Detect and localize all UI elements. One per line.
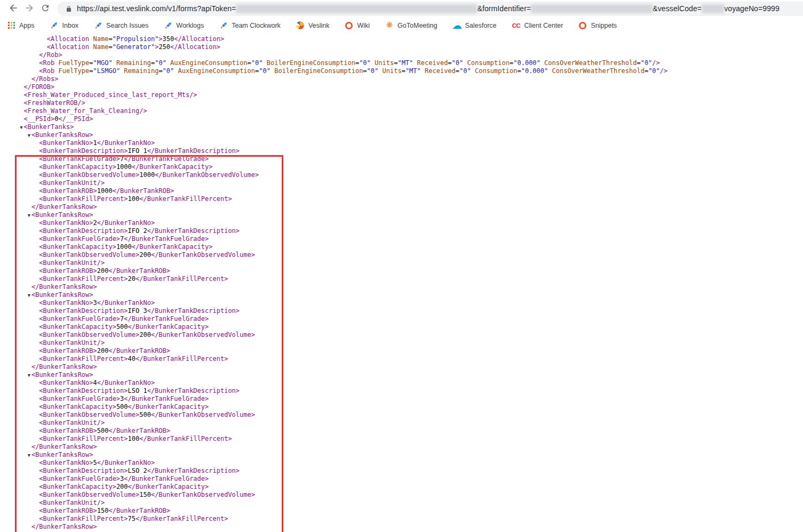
bookmark-team-clockwork[interactable]: Team Clockwork bbox=[219, 21, 281, 30]
back-icon bbox=[8, 3, 19, 15]
bookmark-inbox[interactable]: Inbox bbox=[50, 21, 79, 30]
xml-line: <BunkerTankFuelGrade>3</BunkerTankFuelGr… bbox=[16, 475, 803, 483]
apps-grid-icon bbox=[7, 21, 15, 30]
xml-line: <BunkerTankROB>200</BunkerTankROB> bbox=[16, 347, 803, 355]
xml-line: <BunkerTankObservedVolume>150</BunkerTan… bbox=[16, 491, 803, 499]
xml-line: <BunkerTankFillPercent>100</BunkerTankFi… bbox=[16, 435, 803, 443]
xml-line: <BunkerTankUnit/> bbox=[16, 499, 803, 507]
reload-button[interactable] bbox=[37, 1, 53, 17]
xml-line: </BunkerTanksRow> bbox=[16, 203, 803, 211]
xml-line: <Fresh_Water_for_Tank_Cleaning/> bbox=[16, 107, 803, 115]
xml-line: <BunkerTankUnit/> bbox=[16, 339, 803, 347]
xml-line: ▼<BunkerTanksRow> bbox=[16, 371, 803, 379]
xml-line: <BunkerTankNo>2</BunkerTankNo> bbox=[16, 219, 803, 227]
collapse-arrow[interactable]: ▼ bbox=[28, 212, 31, 220]
xml-line: ▼<BunkerTanksRow> bbox=[16, 291, 803, 299]
cc-icon: CC bbox=[512, 21, 521, 30]
xml-line: <Rob FuelType="MGO" Remaining="0" AuxEng… bbox=[16, 59, 803, 67]
xml-line: <BunkerTankFuelGrade>7</BunkerTankFuelGr… bbox=[16, 315, 803, 323]
xml-line: <BunkerTankObservedVolume>200</BunkerTan… bbox=[16, 331, 803, 339]
bookmark-client-center[interactable]: CCClient Center bbox=[512, 21, 563, 30]
forward-icon bbox=[24, 3, 35, 15]
bookmark-label: Team Clockwork bbox=[232, 22, 281, 29]
xml-line: ▼<BunkerTanksRow> bbox=[16, 211, 803, 219]
url-value: https://api.test.veslink.com/v1/forms?ap… bbox=[77, 4, 780, 13]
collapse-arrow[interactable]: ▼ bbox=[28, 292, 31, 300]
xml-line: <BunkerTankROB>500</BunkerTankROB> bbox=[16, 427, 803, 435]
xml-line: <BunkerTankDescription>IFO 2</BunkerTank… bbox=[16, 227, 803, 235]
bookmark-label: Wiki bbox=[357, 22, 370, 29]
jira-icon bbox=[164, 21, 172, 30]
xml-line: <BunkerTankCapacity>500</BunkerTankCapac… bbox=[16, 403, 803, 411]
xml-line: ▼<BunkerTanksRow> bbox=[16, 131, 803, 139]
redacted-url-segment bbox=[531, 4, 653, 13]
page-content: <Allocation Name="Propulsion">350</Alloc… bbox=[0, 33, 803, 532]
xml-line: <BunkerTankNo>5</BunkerTankNo> bbox=[16, 459, 803, 467]
ring-icon bbox=[578, 21, 587, 30]
xml-line: <BunkerTankCapacity>200</BunkerTankCapac… bbox=[16, 483, 803, 491]
xml-line: <BunkerTankFillPercent>75</BunkerTankFil… bbox=[16, 515, 803, 523]
url-text-segment: &formIdentifier= bbox=[477, 4, 531, 13]
forward-button[interactable] bbox=[21, 1, 37, 17]
xml-line: </BunkerTanksRow> bbox=[16, 283, 803, 291]
bookmark-label: Apps bbox=[19, 22, 35, 29]
xml-line: <BunkerTankUnit/> bbox=[16, 259, 803, 267]
lock-icon[interactable] bbox=[66, 5, 72, 13]
xml-line: <BunkerTankCapacity>500</BunkerTankCapac… bbox=[16, 323, 803, 331]
xml-line: ▼<BunkerTanksRow> bbox=[16, 451, 803, 459]
nav-buttons bbox=[0, 1, 53, 17]
bookmark-snippets[interactable]: Snippets bbox=[578, 21, 617, 30]
bookmark-salesforce[interactable]: ☁Salesforce bbox=[452, 21, 496, 30]
bookmark-label: Inbox bbox=[62, 22, 79, 29]
xml-line: <BunkerTankUnit/> bbox=[16, 419, 803, 427]
collapse-arrow[interactable]: ▼ bbox=[28, 132, 31, 140]
url-text-segment: &vesselCode= bbox=[653, 4, 702, 13]
bookmark-label: Search Issues bbox=[106, 22, 148, 29]
redacted-url-segment bbox=[702, 4, 724, 13]
bookmark-wiki[interactable]: Wiki bbox=[345, 21, 370, 30]
xml-line: <BunkerTankCapacity>1000</BunkerTankCapa… bbox=[16, 163, 803, 171]
xml-line: <BunkerTankFuelGrade>7</BunkerTankFuelGr… bbox=[16, 155, 803, 163]
xml-line: <BunkerTankNo>3</BunkerTankNo> bbox=[16, 299, 803, 307]
veslink-icon bbox=[296, 21, 305, 30]
collapse-arrow[interactable]: ▼ bbox=[28, 452, 31, 460]
xml-line: <FreshWaterROB/> bbox=[16, 99, 803, 107]
xml-line: <BunkerTankObservedVolume>1000</BunkerTa… bbox=[16, 171, 803, 179]
collapse-arrow[interactable]: ▼ bbox=[28, 372, 31, 380]
xml-line: <BunkerTankFuelGrade>7</BunkerTankFuelGr… bbox=[16, 235, 803, 243]
xml-line: <BunkerTankDescription>LSO 2</BunkerTank… bbox=[16, 467, 803, 475]
xml-line: <BunkerTankCapacity>1000</BunkerTankCapa… bbox=[16, 243, 803, 251]
address-bar[interactable]: https://api.test.veslink.com/v1/forms?ap… bbox=[57, 2, 803, 16]
xml-line: <Allocation Name="Propulsion">350</Alloc… bbox=[16, 35, 803, 43]
cloud-icon: ☁ bbox=[452, 21, 461, 30]
bookmark-label: Client Center bbox=[524, 22, 563, 29]
browser-toolbar: https://api.test.veslink.com/v1/forms?ap… bbox=[0, 0, 803, 18]
xml-line: <BunkerTankDescription>IFO 3</BunkerTank… bbox=[16, 307, 803, 315]
url-text-segment: voyageNo=9999 bbox=[724, 4, 780, 13]
xml-line: </Rob> bbox=[16, 51, 803, 59]
xml-line: <BunkerTankObservedVolume>500</BunkerTan… bbox=[16, 411, 803, 419]
xml-line: <BunkerTankFillPercent>20</BunkerTankFil… bbox=[16, 275, 803, 283]
bookmarks-bar: AppsInboxSearch IssuesWorklogsTeam Clock… bbox=[0, 18, 803, 33]
bookmark-worklogs[interactable]: Worklogs bbox=[164, 21, 204, 30]
xml-line: </FOROB> bbox=[16, 83, 803, 91]
xml-line: </BunkerTanksRow> bbox=[16, 443, 803, 451]
xml-line: <BunkerTankFillPercent>40</BunkerTankFil… bbox=[16, 355, 803, 363]
jira-icon bbox=[94, 21, 102, 30]
xml-line: <BunkerTankObservedVolume>200</BunkerTan… bbox=[16, 251, 803, 259]
bookmark-gotomeeting[interactable]: ❋GoToMeeting bbox=[385, 21, 437, 30]
xml-line: <Fresh_Water_Produced_since_last_report_… bbox=[16, 91, 803, 99]
xml-line: <BunkerTankFillPercent>100</BunkerTankFi… bbox=[16, 195, 803, 203]
reload-icon bbox=[41, 3, 50, 14]
xml-line: <Allocation Name="Generator">250</Alloca… bbox=[16, 43, 803, 51]
bookmark-search-issues[interactable]: Search Issues bbox=[94, 21, 148, 30]
bookmark-apps[interactable]: Apps bbox=[7, 21, 35, 30]
xml-line: <BunkerTankDescription>IFO 1</BunkerTank… bbox=[16, 147, 803, 155]
back-button[interactable] bbox=[5, 1, 21, 17]
xml-line: <BunkerTankROB>200</BunkerTankROB> bbox=[16, 267, 803, 275]
bookmark-label: Snippets bbox=[591, 22, 617, 29]
url-text-segment: https://api.test.veslink.com/v1/forms?ap… bbox=[77, 4, 236, 13]
jira-icon bbox=[219, 21, 228, 30]
bookmark-label: Salesforce bbox=[465, 22, 496, 29]
bookmark-veslink[interactable]: Veslink bbox=[296, 21, 330, 30]
